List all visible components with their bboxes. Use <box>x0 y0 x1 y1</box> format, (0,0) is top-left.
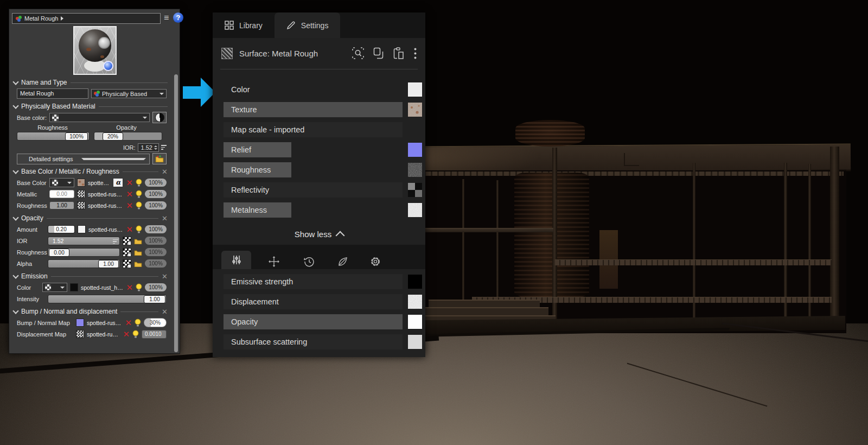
delete-map-icon[interactable]: ✕ <box>126 283 133 291</box>
texture-thumbnail[interactable] <box>77 190 85 198</box>
enable-bulb-icon[interactable] <box>136 190 142 198</box>
opacity-swatch[interactable] <box>408 315 422 329</box>
base-color-select[interactable] <box>49 113 150 122</box>
close-section-icon[interactable]: ✕ <box>162 308 168 316</box>
roughness-slider[interactable]: 100% <box>17 132 90 141</box>
color-swatch[interactable] <box>408 82 422 97</box>
property-row-emissive[interactable]: Emissive strength <box>213 274 425 289</box>
delete-map-icon[interactable]: ✕ <box>126 190 133 198</box>
property-row-roughness[interactable]: Roughness <box>213 162 425 177</box>
enable-bulb-icon[interactable] <box>136 225 142 233</box>
pick-material-icon[interactable] <box>352 47 364 59</box>
delete-map-icon[interactable]: ✕ <box>123 330 130 338</box>
tool-tab-adjustments[interactable] <box>221 251 251 269</box>
delete-map-icon[interactable]: ✕ <box>126 201 133 209</box>
spin-down-icon[interactable] <box>154 148 157 150</box>
alpha-slider[interactable]: 1.00 <box>48 259 120 268</box>
property-row-texture[interactable]: Texture <box>213 102 425 117</box>
map-name[interactable]: spotted-rust... <box>88 180 110 186</box>
opacity-value[interactable]: 20% <box>103 132 123 141</box>
contrast-button[interactable] <box>152 112 167 123</box>
enable-bulb-icon[interactable] <box>136 201 142 209</box>
close-section-icon[interactable]: ✕ <box>162 168 168 176</box>
tab-library[interactable]: Library <box>213 12 275 38</box>
enable-bulb-icon[interactable] <box>135 319 141 327</box>
texture-thumbnail[interactable] <box>77 201 85 209</box>
collapse-icon[interactable] <box>12 272 18 278</box>
weight-pill[interactable]: 100% <box>145 179 167 187</box>
tool-tab-transform[interactable] <box>259 254 289 269</box>
map-name[interactable]: spotted-rust_height <box>81 284 123 291</box>
ior-slider[interactable]: 1.52 <box>48 237 120 245</box>
tool-tab-settings[interactable] <box>360 254 390 269</box>
expand-caret-icon[interactable] <box>61 16 63 21</box>
collapse-icon[interactable] <box>12 103 18 109</box>
paste-icon[interactable] <box>393 47 405 60</box>
metalness-swatch[interactable] <box>408 203 422 217</box>
subsurface-swatch[interactable] <box>408 335 422 349</box>
sort-icon[interactable] <box>113 238 118 245</box>
relief-swatch[interactable] <box>408 143 422 157</box>
add-texture-icon[interactable] <box>123 248 131 257</box>
tool-tab-vegetation[interactable] <box>328 254 358 269</box>
alpha-value[interactable]: 1.00 <box>98 260 119 268</box>
texture-thumbnail[interactable] <box>70 283 78 291</box>
collapse-icon[interactable] <box>12 214 18 220</box>
roughness-slider[interactable]: 0.00 <box>48 248 120 257</box>
roughness-value[interactable]: 0.00 <box>49 249 69 257</box>
weight-pill[interactable]: 30% <box>144 318 167 327</box>
spin-up-icon[interactable] <box>154 145 157 147</box>
map-name[interactable]: spotted-rust_rough... <box>88 202 123 209</box>
property-row-map-scale[interactable]: Map scale - imported <box>213 122 425 137</box>
reflectivity-swatch[interactable] <box>408 183 422 197</box>
detailed-settings-button[interactable]: Detailed settings <box>17 154 150 164</box>
show-less-toggle[interactable]: Show less <box>213 230 425 239</box>
property-row-opacity[interactable]: Opacity <box>213 314 425 329</box>
sort-icon[interactable] <box>161 144 167 151</box>
displacement-amount[interactable]: 0.0010 <box>142 330 167 339</box>
tab-settings[interactable]: Settings <box>275 12 341 38</box>
material-name-bar[interactable]: Metal Rough <box>12 13 161 24</box>
texture-thumbnail[interactable] <box>76 319 84 327</box>
map-name[interactable]: spotted-rust_metall... <box>87 331 120 338</box>
enable-bulb-icon[interactable] <box>136 283 142 291</box>
ior-spinner[interactable]: 1.52 <box>138 143 159 152</box>
displacement-swatch[interactable] <box>408 295 422 309</box>
folder-icon[interactable] <box>134 238 142 244</box>
tool-tab-history[interactable] <box>294 254 324 269</box>
property-row-color[interactable]: Color <box>213 82 425 97</box>
texture-thumbnail[interactable] <box>78 225 86 233</box>
roughness-value[interactable]: 100% <box>65 132 88 141</box>
property-row-reflectivity[interactable]: Reflectivity <box>213 182 425 198</box>
add-texture-icon[interactable] <box>123 259 131 268</box>
roughness-swatch[interactable] <box>408 163 422 177</box>
collapse-icon[interactable] <box>12 79 18 85</box>
folder-icon[interactable] <box>134 249 142 256</box>
open-folder-button[interactable] <box>152 153 167 164</box>
enable-bulb-icon[interactable] <box>132 330 139 338</box>
alpha-channel-icon[interactable]: α <box>113 178 123 187</box>
intensity-slider[interactable]: 1.00 <box>48 295 167 303</box>
help-icon[interactable]: ? <box>173 12 183 23</box>
material-name-input[interactable]: Metal Rough <box>17 88 88 99</box>
material-preview[interactable] <box>73 26 117 75</box>
ior-value[interactable]: 1.52 <box>141 144 152 151</box>
emissive-swatch[interactable] <box>408 275 422 289</box>
close-section-icon[interactable]: ✕ <box>162 214 168 223</box>
value-field[interactable]: 1.00 <box>49 201 74 209</box>
enable-bulb-icon[interactable] <box>136 179 142 187</box>
value-field[interactable]: 0.00 <box>49 190 74 198</box>
texture-swatch[interactable] <box>408 103 422 117</box>
delete-map-icon[interactable]: ✕ <box>125 319 132 327</box>
property-row-displacement[interactable]: Displacement <box>213 294 425 309</box>
folder-icon[interactable] <box>134 260 142 267</box>
weight-pill[interactable]: 100% <box>145 283 167 291</box>
emission-color-select[interactable] <box>42 283 67 292</box>
property-row-relief[interactable]: Relief <box>213 142 425 157</box>
collapse-icon[interactable] <box>12 308 18 314</box>
hamburger-menu-icon[interactable]: ≡ <box>164 12 169 23</box>
weight-pill[interactable]: 100% <box>145 190 167 198</box>
texture-thumbnail[interactable] <box>77 179 85 187</box>
delete-map-icon[interactable]: ✕ <box>126 179 133 187</box>
collapse-icon[interactable] <box>12 168 18 174</box>
